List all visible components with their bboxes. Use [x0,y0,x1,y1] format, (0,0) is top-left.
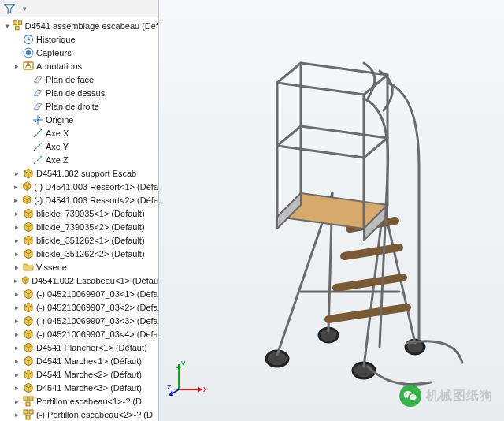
tree-item[interactable]: ▸D4541 Plancher<1> (Défaut) [0,341,158,354]
collapse-icon[interactable]: ▾ [3,21,11,30]
expand-icon[interactable]: ▸ [13,410,21,419]
tree-item[interactable]: ▸(-) D4541.003 Ressort<1> (Défa [0,180,158,193]
expand-icon[interactable]: ▸ [13,356,21,365]
tree-item[interactable]: Historique [0,32,158,46]
tree-item[interactable]: Plan de droite [0,99,158,113]
filter-dropdown-icon[interactable]: ▾ [20,4,29,13]
tree-item-label: (-) D4541.003 Ressort<2> (Défa [34,196,158,205]
axis-triad: x y z [167,358,206,397]
graphics-viewport[interactable]: x y z 机械图纸狗 [159,0,504,421]
tree-item-label: (-) 045210069907_03<2> (Defa [36,303,158,312]
tree-item[interactable]: Axe Y [0,140,158,153]
svg-rect-14 [24,397,28,401]
feature-tree[interactable]: ▾ D4541 assemblage escabeau (Déf Histori… [0,17,158,421]
expand-icon[interactable]: ▸ [13,222,21,231]
tree-item-label: blickle_351262<1> (Default) [36,236,145,245]
expand-icon[interactable]: ▸ [13,330,21,338]
svg-rect-1 [18,21,22,25]
expand-icon[interactable]: ▸ [13,263,21,271]
svg-point-4 [26,50,31,55]
part-icon [21,181,32,193]
expand-icon[interactable]: ▸ [13,397,21,405]
tree-item[interactable]: ▸D4541.002 support Escab [0,166,158,180]
tree-item[interactable]: ▸blickle_351262<1> (Default) [0,233,158,247]
expand-icon[interactable]: ▸ [13,169,21,177]
tree-item-label: Visserie [36,263,67,272]
expand-icon[interactable]: ▸ [13,196,20,204]
expand-icon[interactable]: ▸ [13,209,21,218]
tree-item[interactable]: ▸Portillon escabeau<1>-? (D [0,394,158,408]
tree-item-label: Plan de face [46,75,94,84]
tree-item-label: (-) 045210069907_03<1> (Defa [36,289,158,299]
tree-item[interactable]: Capteurs [0,46,158,59]
tree-item-label: D4541.002 Escabeau<1> (Défau [32,276,158,285]
plane-icon [32,100,44,113]
expand-icon[interactable]: ▸ [13,316,21,325]
tree-item[interactable]: ▸(-) 045210069907_03<4> (Defa [0,327,158,341]
tree-item[interactable]: ▸blickle_739035<1> (Default) [0,207,158,220]
expand-spacer [13,48,21,57]
svg-rect-15 [29,397,33,401]
tree-item-label: (-) D4541.003 Ressort<1> (Défa [34,182,158,192]
tree-item[interactable]: ▸(-) 045210069907_03<3> (Defa [0,314,158,327]
tree-item-label: Capteurs [36,48,72,58]
assembly-icon [12,20,24,32]
annotations-icon: A [22,60,35,73]
expand-icon[interactable]: ▸ [13,276,20,285]
tree-root[interactable]: ▾ D4541 assemblage escabeau (Déf [0,19,158,32]
svg-marker-45 [198,387,202,392]
expand-icon[interactable]: ▸ [13,343,21,352]
expand-icon[interactable]: ▸ [13,61,21,70]
watermark-text: 机械图纸狗 [426,388,493,404]
expand-spacer [13,35,21,43]
folder-icon [22,261,35,274]
tree-item-label: blickle_739035<1> (Default) [36,209,145,218]
tree-item[interactable]: ▸(-) 045210069907_03<1> (Defa [0,287,158,300]
tree-item[interactable]: ▸(-) D4541.003 Ressort<2> (Défa [0,193,158,207]
tree-item[interactable]: Axe X [0,126,158,140]
tree-item[interactable]: ▸blickle_351262<2> (Default) [0,247,158,260]
svg-rect-18 [29,410,33,414]
tree-item[interactable]: ▸(-) Portillon escabeau<2>-? (D [0,408,158,421]
axis-icon [32,140,44,153]
svg-line-42 [364,138,387,158]
watermark: 机械图纸狗 [399,385,493,407]
tree-item-label: Annotations [36,61,82,71]
svg-line-31 [344,248,399,256]
axis-icon [32,127,44,140]
expand-icon[interactable]: ▸ [13,303,21,311]
tree-item-label: Origine [46,115,73,125]
expand-spacer [22,115,31,124]
tree-item[interactable]: ▸D4541 Marche<1> (Défaut) [0,354,158,367]
tree-item[interactable]: Origine [0,113,158,126]
part-icon [22,234,35,247]
tree-item-label: Historique [36,35,76,44]
expand-icon[interactable]: ▸ [13,236,21,244]
asm-icon [22,408,35,421]
tree-item[interactable]: ▸AAnnotations [0,59,158,73]
tree-item[interactable]: ▸(-) 045210069907_03<2> (Defa [0,300,158,314]
expand-icon[interactable]: ▸ [13,289,21,298]
tree-item[interactable]: ▸Visserie [0,260,158,274]
part-icon [22,207,35,220]
tree-item-label: Portillon escabeau<1>-? (D [36,397,142,406]
expand-icon[interactable]: ▸ [13,383,21,392]
history-icon [22,33,35,46]
tree-item[interactable]: Axe Z [0,153,158,166]
tree-item[interactable]: ▸D4541.002 Escabeau<1> (Défau [0,274,158,287]
tree-item-label: Axe X [46,129,69,138]
expand-icon[interactable]: ▸ [13,249,21,258]
tree-root-label: D4541 assemblage escabeau (Déf [25,21,158,31]
model-preview [183,8,498,402]
tree-filter-bar: ▾ [0,0,158,17]
tree-item-label: (-) 045210069907_03<4> (Defa [36,330,158,339]
expand-icon[interactable]: ▸ [13,182,20,191]
axis-y-label: y [181,358,186,367]
tree-item[interactable]: ▸D4541 Marche<3> (Défaut) [0,381,158,394]
filter-icon[interactable] [3,2,16,15]
expand-icon[interactable]: ▸ [13,370,21,378]
tree-item[interactable]: ▸blickle_739035<2> (Default) [0,220,158,233]
tree-item[interactable]: ▸D4541 Marche<2> (Défaut) [0,367,158,381]
tree-item[interactable]: Plan de dessus [0,86,158,99]
tree-item[interactable]: Plan de face [0,73,158,86]
